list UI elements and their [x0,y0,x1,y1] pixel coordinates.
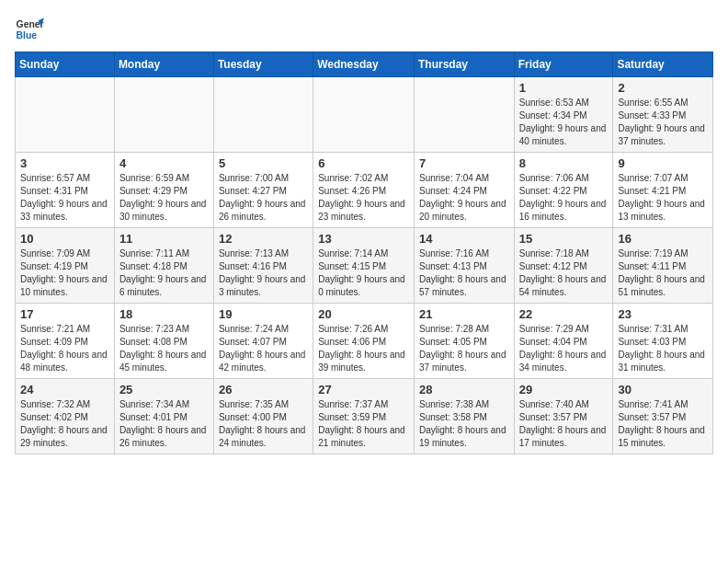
day-info: Sunrise: 7:00 AMSunset: 4:27 PMDaylight:… [219,172,308,224]
day-number: 13 [318,232,409,246]
day-number: 4 [119,156,209,170]
calendar-week-2: 3Sunrise: 6:57 AMSunset: 4:31 PMDaylight… [16,153,713,228]
day-info: Sunrise: 7:26 AMSunset: 4:06 PMDaylight:… [318,323,409,374]
day-number: 7 [419,156,509,170]
day-number: 18 [119,307,209,321]
calendar-cell [114,77,213,153]
calendar-cell: 11Sunrise: 7:11 AMSunset: 4:18 PMDayligh… [114,228,213,304]
day-number: 1 [519,81,609,95]
day-info: Sunrise: 7:06 AMSunset: 4:22 PMDaylight:… [519,172,609,224]
day-info: Sunrise: 7:23 AMSunset: 4:08 PMDaylight:… [119,323,209,374]
weekday-header-saturday: Saturday [613,52,713,77]
calendar-cell: 18Sunrise: 7:23 AMSunset: 4:08 PMDayligh… [114,304,213,379]
calendar-cell: 25Sunrise: 7:34 AMSunset: 4:01 PMDayligh… [114,379,213,454]
day-number: 20 [318,307,409,321]
day-number: 22 [519,307,609,321]
calendar-table: SundayMondayTuesdayWednesdayThursdayFrid… [15,52,713,454]
calendar-cell: 24Sunrise: 7:32 AMSunset: 4:02 PMDayligh… [16,379,115,454]
logo-icon: General Blue [15,15,44,44]
day-info: Sunrise: 7:37 AMSunset: 3:59 PMDaylight:… [318,398,409,450]
calendar-cell [414,77,514,153]
day-number: 2 [618,81,708,95]
weekday-header-sunday: Sunday [16,52,115,77]
calendar-week-5: 24Sunrise: 7:32 AMSunset: 4:02 PMDayligh… [16,379,713,454]
calendar-cell: 14Sunrise: 7:16 AMSunset: 4:13 PMDayligh… [414,228,514,304]
calendar-cell: 12Sunrise: 7:13 AMSunset: 4:16 PMDayligh… [213,228,313,304]
day-info: Sunrise: 6:59 AMSunset: 4:29 PMDaylight:… [119,172,209,224]
day-number: 6 [318,156,409,170]
day-number: 11 [119,232,209,246]
day-number: 28 [419,383,509,396]
calendar-cell: 22Sunrise: 7:29 AMSunset: 4:04 PMDayligh… [514,304,613,379]
day-info: Sunrise: 7:31 AMSunset: 4:03 PMDaylight:… [618,323,708,374]
day-info: Sunrise: 7:28 AMSunset: 4:05 PMDaylight:… [419,323,509,374]
calendar-cell: 23Sunrise: 7:31 AMSunset: 4:03 PMDayligh… [613,304,713,379]
day-info: Sunrise: 7:14 AMSunset: 4:15 PMDaylight:… [318,247,409,299]
calendar-cell: 27Sunrise: 7:37 AMSunset: 3:59 PMDayligh… [313,379,415,454]
calendar-cell: 28Sunrise: 7:38 AMSunset: 3:58 PMDayligh… [414,379,514,454]
calendar-cell: 21Sunrise: 7:28 AMSunset: 4:05 PMDayligh… [414,304,514,379]
calendar-cell: 16Sunrise: 7:19 AMSunset: 4:11 PMDayligh… [613,228,713,304]
day-number: 9 [618,156,708,170]
calendar-cell: 1Sunrise: 6:53 AMSunset: 4:34 PMDaylight… [514,77,613,153]
calendar-cell: 20Sunrise: 7:26 AMSunset: 4:06 PMDayligh… [313,304,415,379]
day-info: Sunrise: 7:11 AMSunset: 4:18 PMDaylight:… [119,247,209,299]
weekday-header-tuesday: Tuesday [213,52,313,77]
day-number: 14 [419,232,509,246]
calendar-header-row: SundayMondayTuesdayWednesdayThursdayFrid… [16,52,713,77]
day-info: Sunrise: 6:55 AMSunset: 4:33 PMDaylight:… [618,97,708,148]
day-info: Sunrise: 7:21 AMSunset: 4:09 PMDaylight:… [20,323,109,374]
day-number: 15 [519,232,609,246]
logo: General Blue [15,15,44,44]
day-info: Sunrise: 7:16 AMSunset: 4:13 PMDaylight:… [419,247,509,299]
calendar-week-4: 17Sunrise: 7:21 AMSunset: 4:09 PMDayligh… [16,304,713,379]
day-info: Sunrise: 7:24 AMSunset: 4:07 PMDaylight:… [219,323,308,374]
day-number: 25 [119,383,209,396]
weekday-header-thursday: Thursday [414,52,514,77]
calendar-cell: 30Sunrise: 7:41 AMSunset: 3:57 PMDayligh… [613,379,713,454]
day-info: Sunrise: 7:29 AMSunset: 4:04 PMDaylight:… [519,323,609,374]
day-info: Sunrise: 7:18 AMSunset: 4:12 PMDaylight:… [519,247,609,299]
day-number: 21 [419,307,509,321]
day-number: 3 [20,156,109,170]
calendar-cell: 10Sunrise: 7:09 AMSunset: 4:19 PMDayligh… [16,228,115,304]
day-info: Sunrise: 7:02 AMSunset: 4:26 PMDaylight:… [318,172,409,224]
weekday-header-wednesday: Wednesday [313,52,415,77]
weekday-header-monday: Monday [114,52,213,77]
calendar-cell: 13Sunrise: 7:14 AMSunset: 4:15 PMDayligh… [313,228,415,304]
calendar-week-3: 10Sunrise: 7:09 AMSunset: 4:19 PMDayligh… [16,228,713,304]
calendar-cell: 29Sunrise: 7:40 AMSunset: 3:57 PMDayligh… [514,379,613,454]
calendar-cell: 15Sunrise: 7:18 AMSunset: 4:12 PMDayligh… [514,228,613,304]
calendar-cell: 19Sunrise: 7:24 AMSunset: 4:07 PMDayligh… [213,304,313,379]
calendar-cell: 8Sunrise: 7:06 AMSunset: 4:22 PMDaylight… [514,153,613,228]
day-number: 29 [519,383,609,396]
day-info: Sunrise: 6:57 AMSunset: 4:31 PMDaylight:… [20,172,109,224]
day-number: 30 [618,383,708,396]
calendar-cell: 2Sunrise: 6:55 AMSunset: 4:33 PMDaylight… [613,77,713,153]
calendar-cell: 3Sunrise: 6:57 AMSunset: 4:31 PMDaylight… [16,153,115,228]
day-number: 27 [318,383,409,396]
calendar-cell: 6Sunrise: 7:02 AMSunset: 4:26 PMDaylight… [313,153,415,228]
calendar-cell [16,77,115,153]
day-info: Sunrise: 7:41 AMSunset: 3:57 PMDaylight:… [618,398,708,450]
day-info: Sunrise: 7:19 AMSunset: 4:11 PMDaylight:… [618,247,708,299]
day-info: Sunrise: 7:34 AMSunset: 4:01 PMDaylight:… [119,398,209,450]
day-number: 23 [618,307,708,321]
page-header: General Blue [15,15,713,44]
calendar-cell: 26Sunrise: 7:35 AMSunset: 4:00 PMDayligh… [213,379,313,454]
day-number: 26 [219,383,308,396]
day-number: 8 [519,156,609,170]
calendar-cell [213,77,313,153]
day-info: Sunrise: 7:40 AMSunset: 3:57 PMDaylight:… [519,398,609,450]
day-number: 10 [20,232,109,246]
day-info: Sunrise: 7:04 AMSunset: 4:24 PMDaylight:… [419,172,509,224]
calendar-cell: 4Sunrise: 6:59 AMSunset: 4:29 PMDaylight… [114,153,213,228]
calendar-cell: 5Sunrise: 7:00 AMSunset: 4:27 PMDaylight… [213,153,313,228]
calendar-week-1: 1Sunrise: 6:53 AMSunset: 4:34 PMDaylight… [16,77,713,153]
day-info: Sunrise: 7:32 AMSunset: 4:02 PMDaylight:… [20,398,109,450]
calendar-cell: 7Sunrise: 7:04 AMSunset: 4:24 PMDaylight… [414,153,514,228]
svg-text:Blue: Blue [17,30,38,40]
day-info: Sunrise: 6:53 AMSunset: 4:34 PMDaylight:… [519,97,609,148]
day-info: Sunrise: 7:09 AMSunset: 4:19 PMDaylight:… [20,247,109,299]
day-number: 24 [20,383,109,396]
